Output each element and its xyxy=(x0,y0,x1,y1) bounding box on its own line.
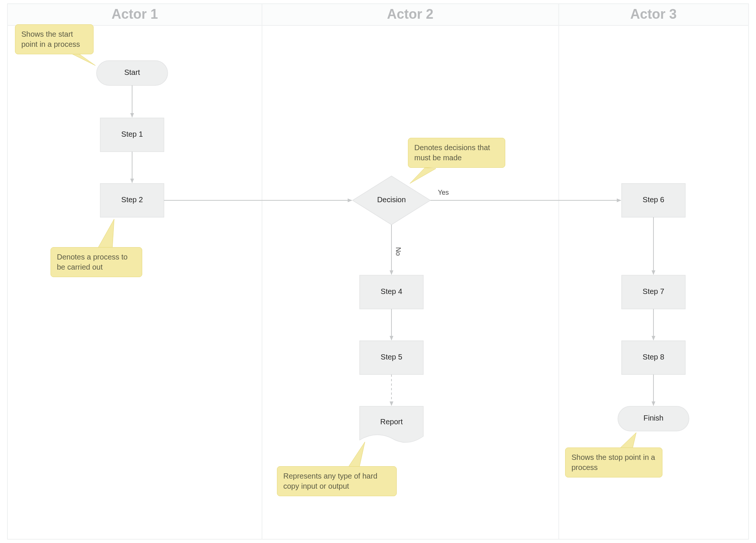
callout-finish-tail xyxy=(619,433,636,449)
callout-decision: Denotes decisions that must be made xyxy=(408,138,505,168)
node-step4-label: Step 4 xyxy=(381,287,402,295)
lane-title-1: Actor 1 xyxy=(112,6,158,22)
callout-finish: Shows the stop point in a process xyxy=(565,448,662,477)
lane-title-3: Actor 3 xyxy=(630,6,677,22)
callout-document: Represents any type of hard copy input o… xyxy=(277,466,397,496)
callout-document-tail xyxy=(348,442,365,467)
callout-start: Shows the start point in a process xyxy=(15,24,94,54)
node-step8-label: Step 8 xyxy=(643,353,664,361)
node-start[interactable]: Start xyxy=(97,61,168,85)
node-step1[interactable]: Step 1 xyxy=(100,118,164,152)
node-decision[interactable]: Decision xyxy=(353,176,430,225)
node-step4[interactable]: Step 4 xyxy=(360,275,423,309)
node-step8[interactable]: Step 8 xyxy=(622,341,685,374)
node-step2[interactable]: Step 2 xyxy=(100,183,164,217)
node-step7-label: Step 7 xyxy=(643,287,664,295)
callout-process: Denotes a process to be carried out xyxy=(51,247,142,277)
node-finish[interactable]: Finish xyxy=(618,406,689,431)
node-step5-label: Step 5 xyxy=(381,353,402,361)
node-step2-label: Step 2 xyxy=(121,195,143,204)
node-decision-label: Decision xyxy=(377,195,406,204)
diagram-canvas: Actor 1 Actor 2 Actor 3 Start Step 1 Ste… xyxy=(0,0,756,543)
node-report-label: Report xyxy=(380,418,403,426)
node-step7[interactable]: Step 7 xyxy=(622,275,685,309)
node-report[interactable]: Report xyxy=(360,406,423,442)
node-step6[interactable]: Step 6 xyxy=(622,183,685,217)
node-step1-label: Step 1 xyxy=(121,130,143,138)
edge-label-yes: Yes xyxy=(438,189,449,196)
node-start-label: Start xyxy=(124,68,140,76)
callout-process-tail xyxy=(97,219,114,249)
lane-title-2: Actor 2 xyxy=(387,6,433,22)
node-step6-label: Step 6 xyxy=(643,195,664,204)
edge-label-no: No xyxy=(394,247,402,256)
node-finish-label: Finish xyxy=(643,414,663,422)
callout-decision-tail xyxy=(410,168,436,183)
node-step5[interactable]: Step 5 xyxy=(360,341,423,374)
